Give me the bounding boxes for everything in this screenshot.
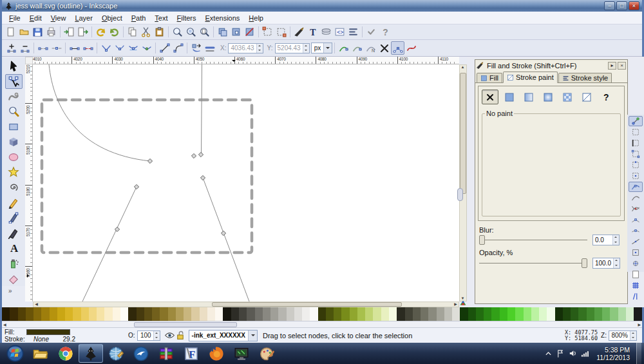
palette-swatch-41[interactable] — [326, 307, 334, 321]
palette-swatch-39[interactable] — [310, 307, 317, 321]
next-lpe-param-button[interactable]: N — [364, 41, 377, 55]
taskbar-app-filezilla[interactable]: F — [179, 344, 204, 363]
palette-swatch-15[interactable] — [120, 307, 128, 321]
vscroll-thumb[interactable] — [460, 73, 466, 194]
deselect-button[interactable] — [274, 25, 288, 39]
palette-swatch-54[interactable] — [428, 307, 436, 321]
delete-node-button[interactable] — [18, 41, 32, 55]
palette-swatch-19[interactable] — [152, 307, 160, 321]
dashed-selection-rect[interactable] — [42, 100, 252, 253]
palette-swatch-43[interactable] — [341, 307, 349, 321]
pattern-button[interactable] — [559, 90, 576, 104]
zoom-1-1-button[interactable] — [171, 25, 184, 39]
palette-swatch-36[interactable] — [287, 307, 294, 321]
document-print-button[interactable] — [44, 25, 58, 39]
scroll-up-arrow-icon[interactable]: ▲ — [460, 65, 466, 70]
document-save-button[interactable] — [31, 25, 44, 39]
maximize-button[interactable]: □ — [616, 1, 627, 10]
palette-swatch-22[interactable] — [176, 307, 184, 321]
taskbar-app-firefox[interactable] — [204, 344, 229, 363]
dock-resize-grip[interactable] — [457, 188, 463, 201]
taskbar-app-monitor-app[interactable] — [229, 344, 254, 363]
object-opacity-spinbox[interactable]: 100 — [137, 330, 160, 341]
join-segment-button[interactable] — [68, 41, 81, 55]
segment-line-button[interactable] — [158, 41, 171, 55]
palette-swatch-18[interactable] — [144, 307, 152, 321]
palette-swatch-72[interactable] — [571, 307, 578, 321]
node-symmetric-button[interactable] — [126, 41, 140, 55]
horizontal-scrollbar[interactable]: ◀ ▶ — [33, 302, 459, 307]
palette-swatch-12[interactable] — [97, 307, 104, 321]
zoom-page-button[interactable] — [198, 25, 211, 39]
palette-swatch-65[interactable] — [515, 307, 523, 321]
import-button[interactable] — [62, 25, 76, 39]
palette-swatch-24[interactable] — [191, 307, 199, 321]
palette-swatch-44[interactable] — [350, 307, 357, 321]
path-node-handle[interactable] — [191, 153, 196, 158]
delete-segment-button[interactable] — [81, 41, 95, 55]
title-bar[interactable]: jess wall.svg (outline) - Inkscape − □ × — [2, 0, 642, 12]
page-border-button[interactable] — [629, 269, 643, 280]
bbox-centers-button[interactable] — [629, 171, 643, 181]
rotation-centers-button[interactable] — [629, 258, 643, 269]
taskbar-app-chrome[interactable] — [53, 344, 78, 363]
fill-stroke-indicator[interactable]: Fill: Stroke: None 29.2 — [2, 329, 128, 342]
swatch-button[interactable] — [578, 90, 595, 104]
path-node-handle[interactable] — [134, 184, 138, 189]
unlink-clone-button[interactable] — [243, 25, 256, 39]
duplicate-button[interactable] — [216, 25, 229, 39]
palette-swatch-23[interactable] — [184, 307, 191, 321]
palette-swatch-29[interactable] — [231, 307, 239, 321]
calligraphy-tool-button[interactable] — [5, 225, 23, 241]
palette-swatch-46[interactable] — [365, 307, 373, 321]
palette-swatch-8[interactable] — [65, 307, 73, 321]
palette-swatch-59[interactable] — [468, 307, 476, 321]
palette-swatch-0[interactable] — [2, 307, 10, 321]
diagonal-right-segment[interactable] — [203, 178, 249, 302]
palette-swatch-53[interactable] — [421, 307, 428, 321]
vertical-segment[interactable] — [202, 64, 202, 155]
palette-swatch-2[interactable] — [18, 307, 26, 321]
taskbar-app-winrar[interactable] — [154, 344, 178, 363]
redo-button[interactable] — [108, 25, 121, 39]
spiral-tool-button[interactable] — [5, 180, 23, 195]
path-node-handle[interactable] — [221, 231, 225, 235]
palette-swatch-34[interactable] — [270, 307, 278, 321]
palette-swatch-14[interactable] — [113, 307, 120, 321]
canvas[interactable] — [33, 64, 459, 302]
current-layer-dropdown[interactable]: -ink_ext_XXXXXX — [189, 330, 258, 341]
minimize-button[interactable]: − — [604, 1, 615, 10]
select-all-button[interactable] — [261, 25, 274, 39]
opacity-slider[interactable] — [479, 263, 587, 263]
palette-swatch-32[interactable] — [255, 307, 263, 321]
arc-segment[interactable] — [49, 64, 150, 161]
palette-swatch-30[interactable] — [239, 307, 247, 321]
palette-swatch-66[interactable] — [524, 307, 531, 321]
palette-swatch-28[interactable] — [223, 307, 231, 321]
path-node-handle[interactable] — [147, 158, 152, 163]
panel-header[interactable]: Fill and Stroke (Shift+Ctrl+F) ▸ × — [475, 60, 627, 71]
palette-swatch-62[interactable] — [491, 307, 499, 321]
align-dialog-button[interactable] — [346, 25, 360, 39]
palette-swatch-5[interactable] — [41, 307, 49, 321]
palette-swatch-40[interactable] — [318, 307, 326, 321]
panel-close-button[interactable]: × — [618, 62, 626, 70]
copy-button[interactable] — [126, 25, 139, 39]
x-coord-spinbox[interactable]: 4036.43 — [228, 43, 263, 53]
palette-swatch-38[interactable] — [302, 307, 310, 321]
spray-tool-button[interactable] — [5, 256, 23, 271]
menu-text[interactable]: Text — [150, 13, 172, 23]
break-path-button[interactable] — [36, 41, 50, 55]
palette-swatch-27[interactable] — [215, 307, 223, 321]
y-coord-spinbox[interactable]: 5204.43 — [275, 43, 310, 53]
blur-spinbox[interactable]: 0.0 — [592, 235, 620, 245]
menu-filters[interactable]: Filters — [173, 13, 201, 23]
palette-swatch-50[interactable] — [397, 307, 404, 321]
palette-swatch-79[interactable] — [626, 307, 634, 321]
layers-dialog-button[interactable] — [319, 25, 333, 39]
bbox-edges-button[interactable] — [629, 138, 643, 148]
palette-swatch-37[interactable] — [294, 307, 302, 321]
node-smooth-button[interactable] — [113, 41, 126, 55]
palette-swatch-1[interactable] — [10, 307, 17, 321]
menu-object[interactable]: Object — [97, 13, 127, 23]
